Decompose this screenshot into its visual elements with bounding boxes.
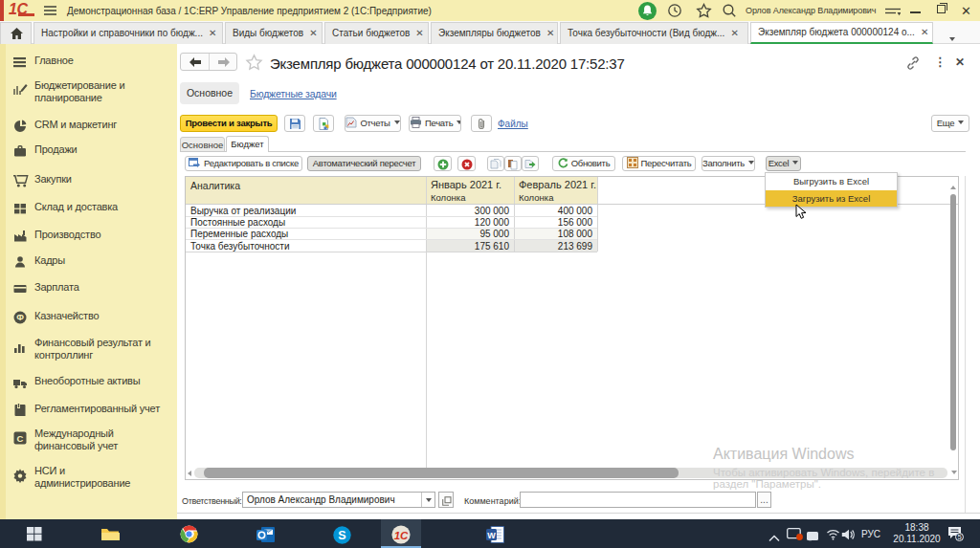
svg-text:С: С [17,433,24,444]
svg-text:W: W [487,531,496,540]
svg-text:S: S [338,529,345,542]
svg-text:5: 5 [957,533,961,541]
svg-text:1С: 1С [394,530,409,541]
svg-text:Ф: Ф [16,313,24,322]
